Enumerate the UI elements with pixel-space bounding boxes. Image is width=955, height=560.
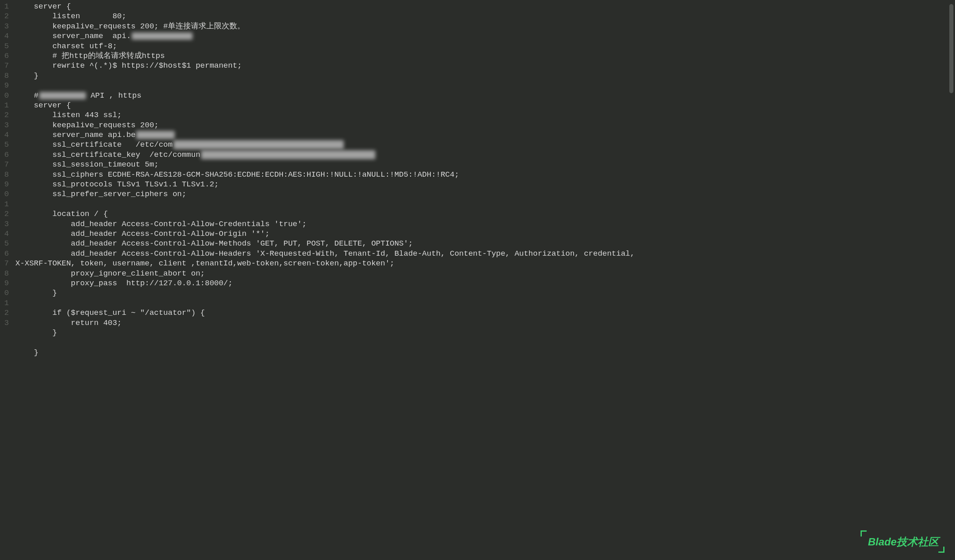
line-number: 3 — [0, 219, 9, 229]
code-text: rewrite ^(.*)$ https://$host$1 permanent… — [15, 61, 242, 70]
code-line[interactable]: add_header Access-Control-Allow-Methods … — [15, 239, 955, 248]
line-number: 9 — [0, 180, 9, 189]
code-text: server { — [15, 2, 71, 11]
bracket-bottom-right-icon — [938, 547, 944, 553]
code-text: server { — [15, 101, 71, 110]
line-number: 4 — [0, 31, 9, 41]
code-line[interactable]: add_header Access-Control-Allow-Headers … — [15, 249, 955, 259]
code-line[interactable]: proxy_ignore_client_abort on; — [15, 269, 955, 278]
code-line[interactable]: ssl_session_timeout 5m; — [15, 160, 955, 169]
code-text: } — [15, 71, 39, 80]
line-number: 8 — [0, 170, 9, 180]
code-text: charset utf-8; — [15, 42, 117, 51]
code-line[interactable]: } — [15, 288, 955, 298]
line-number: 0 — [0, 189, 9, 199]
code-text: add_header Access-Control-Allow-Methods … — [15, 239, 413, 248]
code-line[interactable]: charset utf-8; — [15, 41, 955, 51]
code-line[interactable]: keepalive_requests 200; — [15, 120, 955, 130]
code-line[interactable]: if ($request_uri ~ "/actuator") { — [15, 308, 955, 318]
line-number: 3 — [0, 120, 9, 130]
line-number: 1 — [0, 100, 9, 110]
code-text: if ($request_uri ~ "/actuator") { — [15, 308, 205, 317]
code-line[interactable]: listen 80; — [15, 11, 955, 21]
code-text: ssl_protocols TLSv1 TLSv1.1 TLSv1.2; — [15, 180, 219, 189]
line-number-gutter: 123456789012345678901234567890123 — [0, 0, 12, 560]
line-number: 0 — [0, 288, 9, 298]
code-text: listen 80; — [15, 12, 126, 21]
code-line[interactable]: } — [15, 328, 955, 338]
code-line[interactable]: ssl_prefer_server_ciphers on; — [15, 189, 955, 199]
line-number: 8 — [0, 71, 9, 81]
code-line[interactable]: return 403; — [15, 318, 955, 328]
code-text: add_header Access-Control-Allow-Credenti… — [15, 220, 306, 229]
redacted-region — [173, 140, 344, 149]
code-text: } — [15, 348, 39, 357]
line-number: 6 — [0, 150, 9, 160]
code-line[interactable]: add_header Access-Control-Allow-Origin '… — [15, 229, 955, 239]
code-text: ssl_prefer_server_ciphers on; — [15, 190, 186, 199]
redacted-region — [136, 131, 175, 139]
code-line[interactable]: location / { — [15, 209, 955, 219]
line-number: 3 — [0, 21, 9, 31]
code-text: ssl_certificate /etc/com — [15, 140, 173, 149]
code-text: keepalive_requests 200; — [15, 121, 158, 130]
code-line[interactable]: server { — [15, 100, 955, 110]
code-text: server_name api. — [15, 32, 131, 41]
code-line[interactable]: proxy_pass http://127.0.0.1:8000/; — [15, 278, 955, 288]
code-text: keepalive_requests 200; #单连接请求上限次数。 — [15, 22, 245, 31]
code-text: listen 443 ssl; — [15, 111, 122, 120]
code-line[interactable] — [15, 81, 955, 90]
redacted-region — [39, 92, 86, 99]
code-text-suffix: API , https — [86, 91, 141, 100]
code-line[interactable]: # API , https — [15, 91, 955, 100]
redacted-region — [201, 150, 375, 159]
code-line[interactable]: } — [15, 348, 955, 357]
code-text: add_header Access-Control-Allow-Headers … — [15, 249, 639, 258]
line-number: 2 — [0, 11, 9, 21]
code-line[interactable] — [15, 199, 955, 209]
code-line[interactable]: ssl_protocols TLSv1 TLSv1.1 TLSv1.2; — [15, 180, 955, 189]
code-text: server_name api.be — [15, 130, 135, 139]
code-text: proxy_pass http://127.0.0.1:8000/; — [15, 279, 233, 288]
line-number: 1 — [0, 199, 9, 209]
code-line[interactable]: add_header Access-Control-Allow-Credenti… — [15, 219, 955, 229]
code-line[interactable]: # 把http的域名请求转成https — [15, 51, 955, 61]
line-number: 9 — [0, 81, 9, 90]
line-number: 2 — [0, 308, 9, 318]
code-text: X-XSRF-TOKEN, token, username, client ,t… — [15, 259, 394, 268]
code-text: ssl_session_timeout 5m; — [15, 160, 158, 169]
code-area[interactable]: server { listen 80; keepalive_requests 2… — [12, 0, 955, 560]
watermark-text: Blade技术社区 — [868, 536, 939, 548]
code-text: ssl_certificate_key /etc/commun — [15, 150, 200, 159]
line-number: 7 — [0, 160, 9, 169]
line-number: 8 — [0, 269, 9, 278]
code-text: add_header Access-Control-Allow-Origin '… — [15, 229, 270, 238]
line-number: 7 — [0, 61, 9, 71]
code-line[interactable]: ssl_ciphers ECDHE-RSA-AES128-GCM-SHA256:… — [15, 170, 955, 180]
code-line[interactable]: } — [15, 71, 955, 81]
code-line[interactable]: rewrite ^(.*)$ https://$host$1 permanent… — [15, 61, 955, 71]
code-line[interactable]: listen 443 ssl; — [15, 110, 955, 120]
code-line[interactable]: X-XSRF-TOKEN, token, username, client ,t… — [15, 259, 955, 268]
code-text: proxy_ignore_client_abort on; — [15, 269, 205, 278]
line-number: 2 — [0, 110, 9, 120]
line-number: 6 — [0, 51, 9, 61]
code-text: location / { — [15, 209, 108, 218]
line-number: 3 — [0, 318, 9, 328]
code-text: ssl_ciphers ECDHE-RSA-AES128-GCM-SHA256:… — [15, 170, 459, 179]
code-line[interactable]: server_name api. — [15, 31, 955, 41]
line-number: 1 — [0, 2, 9, 11]
code-line[interactable]: server_name api.be — [15, 130, 955, 140]
line-number: 1 — [0, 298, 9, 308]
code-line[interactable] — [15, 338, 955, 347]
code-text: } — [15, 289, 57, 297]
code-line[interactable] — [15, 298, 955, 308]
code-editor: 123456789012345678901234567890123 server… — [0, 0, 955, 560]
code-line[interactable]: ssl_certificate /etc/com — [15, 140, 955, 150]
code-line[interactable]: ssl_certificate_key /etc/commun — [15, 150, 955, 160]
code-line[interactable]: keepalive_requests 200; #单连接请求上限次数。 — [15, 21, 955, 31]
code-line[interactable]: server { — [15, 2, 955, 11]
watermark-badge: Blade技术社区 — [868, 535, 939, 549]
line-number: 5 — [0, 239, 9, 248]
bracket-top-left-icon — [861, 530, 867, 536]
